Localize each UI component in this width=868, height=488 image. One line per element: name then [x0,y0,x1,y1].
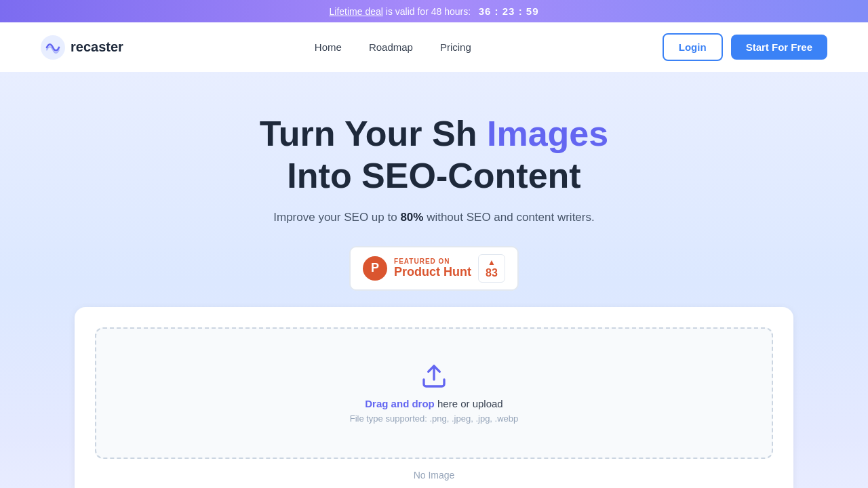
logo[interactable]: recaster [41,35,123,60]
countdown-timer: 36 : 23 : 59 [479,5,539,17]
drag-drop-link: Drag and drop [365,398,435,409]
logo-icon [41,35,65,60]
ph-votes: ▲ 83 [478,254,505,283]
upload-text: Drag and drop here or upload [110,398,758,409]
ph-text: FEATURED ON Product Hunt [394,258,471,279]
ph-name: Product Hunt [394,265,471,279]
navbar: recaster Home Roadmap Pricing Login Star… [0,22,868,72]
ph-arrow-icon: ▲ [488,258,496,267]
promo-banner: Lifetime deal is valid for 48 hours: 36 … [0,0,868,22]
logo-text: recaster [71,39,123,55]
hero-subtitle: Improve your SEO up to 80% without SEO a… [14,211,854,224]
upload-dropzone[interactable]: Drag and drop here or upload File type s… [95,327,773,459]
hero-title-part1: Turn Your Sh [260,114,477,153]
start-for-free-button[interactable]: Start For Free [731,35,827,60]
ph-vote-count: 83 [486,267,498,279]
hero-title: Turn Your Sh Images Into SEO-Content [14,113,854,197]
ph-logo-icon: P [363,256,387,281]
nav-home[interactable]: Home [315,41,342,53]
nav-roadmap[interactable]: Roadmap [369,41,413,53]
nav-links: Home Roadmap Pricing [315,41,471,53]
upload-formats: File type supported: .png, .jpeg, .jpg, … [110,413,758,424]
hero-title-highlight: Images [487,114,608,153]
ph-featured-label: FEATURED ON [394,258,471,265]
upload-container: Drag and drop here or upload File type s… [75,307,793,488]
no-image-label: No Image [95,459,773,486]
banner-text: is valid for 48 hours: [386,6,471,17]
lifetime-deal-link[interactable]: Lifetime deal [330,6,383,17]
nav-pricing[interactable]: Pricing [440,41,471,53]
hero-section: Turn Your Sh Images Into SEO-Content Imp… [0,72,868,488]
product-hunt-badge[interactable]: P FEATURED ON Product Hunt ▲ 83 [349,246,519,291]
upload-icon [110,363,758,390]
hero-title-part2: Into SEO-Content [287,156,580,195]
login-button[interactable]: Login [663,33,723,61]
nav-actions: Login Start For Free [663,33,827,61]
